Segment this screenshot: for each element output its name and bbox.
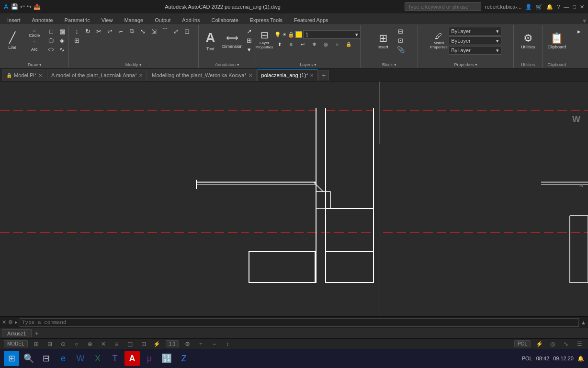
zoom-out-btn[interactable]: −: [209, 339, 219, 349]
doc-tab-kocwa-close[interactable]: ✕: [249, 73, 252, 78]
tab-output[interactable]: Output: [149, 15, 176, 24]
grid-btn[interactable]: ⊞: [32, 339, 41, 349]
write-block-btn[interactable]: ⊡: [396, 36, 406, 45]
cmd-settings-btn[interactable]: ⚙: [8, 319, 13, 325]
anno-leader-btn[interactable]: ↗: [244, 27, 254, 35]
properties-group-label[interactable]: Properties ▾: [418, 62, 513, 67]
tab-addins[interactable]: Add-ins: [177, 15, 205, 24]
annotation-scale-btn[interactable]: ↕: [223, 339, 232, 349]
model-tab-arkusz1[interactable]: Arkusz1: [2, 329, 32, 337]
doc-tab-polaczenia-close[interactable]: ✕: [310, 73, 314, 78]
layer-properties-btn[interactable]: ⊟ LayerProperties: [256, 27, 273, 52]
layer-dropdown[interactable]: 1 ▾: [303, 30, 361, 39]
draw-hatch-btn[interactable]: ▩: [57, 27, 68, 35]
close-btn[interactable]: ✕: [580, 4, 584, 10]
account-icon[interactable]: 👤: [525, 4, 532, 10]
maximize-btn[interactable]: □: [573, 4, 576, 10]
draw-region-btn[interactable]: ◈: [57, 36, 68, 45]
scale-btn[interactable]: 1:1: [166, 340, 179, 347]
doc-tab-laczniak[interactable]: A model of the plant_Łaczniak Anna* ✕: [47, 69, 147, 81]
cmd-close-btn[interactable]: ✕: [2, 319, 6, 325]
tab-insert[interactable]: Insert: [2, 15, 26, 24]
utilities-btn[interactable]: ⚙ Utilities: [516, 27, 540, 55]
start-button[interactable]: ⊞: [4, 351, 19, 366]
modify-scale-btn[interactable]: ⤡: [138, 27, 148, 35]
ducs-btn[interactable]: ✕: [99, 339, 108, 349]
lineweight-btn[interactable]: ≡: [112, 339, 122, 349]
draw-poly-btn[interactable]: ⬡: [46, 36, 57, 45]
notification-icon[interactable]: 🔔: [546, 4, 553, 10]
modify-rotate-btn[interactable]: ↻: [83, 27, 93, 35]
notification-center-btn[interactable]: 🔔: [577, 356, 584, 362]
qp-btn[interactable]: ⊡: [139, 339, 148, 349]
keyboard-layout-btn[interactable]: POL: [514, 340, 531, 347]
clipboard-btn[interactable]: 📋 Clipboard: [545, 27, 569, 55]
layer-previous-btn[interactable]: ↩: [297, 40, 308, 48]
modify-stretch-btn[interactable]: ⤢: [171, 27, 181, 35]
draw-group-label[interactable]: Draw ▾: [1, 62, 68, 67]
layer-freeze-vp-btn[interactable]: ❄: [309, 40, 319, 48]
layer-isolate-btn[interactable]: ◎: [320, 40, 331, 48]
tab-featured[interactable]: Featured Apps: [289, 15, 334, 24]
doc-tab-modelpl-close[interactable]: ✕: [38, 73, 42, 78]
cmd-scroll-up-btn[interactable]: ▲: [581, 320, 586, 325]
layer-match-btn[interactable]: ≡: [286, 40, 296, 48]
modify-trim-btn[interactable]: ✂: [94, 27, 104, 35]
quick-access-toolbar[interactable]: 💾 ↩ ↪ 📤: [11, 3, 41, 10]
modify-mirror-btn[interactable]: ⇌: [105, 27, 115, 35]
insert-btn[interactable]: ⊞ Insert: [373, 27, 394, 55]
help-icon[interactable]: ?: [557, 4, 560, 10]
block-group-label[interactable]: Block ▾: [361, 62, 418, 67]
tab-collaborate[interactable]: Collaborate: [206, 15, 244, 24]
customize-btn[interactable]: ☰: [575, 339, 584, 349]
snap-btn[interactable]: ⊟: [45, 339, 55, 349]
tab-annotate[interactable]: Annotate: [27, 15, 58, 24]
ribbon-collapse-btn[interactable]: ▾: [583, 17, 586, 24]
tab-manage[interactable]: Manage: [119, 15, 148, 24]
modify-chamfer-btn[interactable]: ⌒: [160, 27, 170, 35]
isolate-btn[interactable]: ◎: [548, 339, 557, 349]
canvas-area[interactable]: Wireframe]: [0, 81, 588, 316]
sc-btn[interactable]: ⚡: [152, 339, 162, 349]
layer-lock-small-btn[interactable]: 🔒: [343, 40, 354, 48]
polar-btn[interactable]: ⊙: [58, 339, 68, 349]
doc-tab-kocwa[interactable]: Modelling of the plant_Weronika Kocwa* ✕: [147, 69, 256, 81]
command-input-area[interactable]: [20, 318, 579, 327]
minimize-btn[interactable]: —: [564, 4, 569, 10]
otrack-btn[interactable]: ⊕: [85, 339, 95, 349]
doc-tab-modelpl[interactable]: 🔒 Model Pl* ✕: [2, 69, 46, 81]
draw-line-btn[interactable]: ╱ Line: [2, 27, 23, 55]
cmd-prompt-btn[interactable]: ▸: [15, 319, 18, 325]
view-more-btn[interactable]: ▸: [574, 27, 585, 35]
draw-circle-btn[interactable]: ○ Circle: [24, 27, 45, 39]
taskbar-teams[interactable]: T: [107, 351, 123, 366]
osnap-btn[interactable]: ○: [72, 339, 81, 349]
draw-rect-btn[interactable]: □: [46, 27, 57, 35]
tab-parametric[interactable]: Parametric: [59, 15, 95, 24]
taskbar-calc[interactable]: 🔢: [159, 351, 174, 366]
modify-array-btn[interactable]: ⊞: [72, 36, 82, 45]
draw-spline-btn[interactable]: ∿: [57, 45, 68, 54]
modify-group-label[interactable]: Modify ▾: [69, 62, 198, 67]
search-input[interactable]: [405, 2, 481, 11]
layers-group-label[interactable]: Layers ▾: [256, 62, 361, 67]
modify-copy-btn[interactable]: ⧉: [127, 27, 137, 35]
hardware-accel-btn[interactable]: ⚡: [534, 339, 544, 349]
modify-move-btn[interactable]: ↕: [72, 27, 82, 35]
doc-tab-add-btn[interactable]: +: [318, 70, 329, 80]
attach-btn[interactable]: 📎: [396, 45, 406, 54]
layer-color-swatch[interactable]: [295, 31, 302, 38]
anno-table-btn[interactable]: ⊞: [244, 36, 254, 45]
taskbar-math[interactable]: μ: [142, 351, 157, 366]
zoom-in-btn[interactable]: +: [196, 339, 205, 349]
match-properties-btn[interactable]: 🖊 MatchProperties: [430, 28, 447, 53]
taskbar-zoom[interactable]: Z: [176, 351, 192, 366]
tab-express[interactable]: Express Tools: [245, 15, 288, 24]
model-tab-add-btn[interactable]: +: [33, 329, 41, 338]
linetype-dropdown[interactable]: ByLayer ▾: [449, 36, 501, 45]
modify-offset-btn[interactable]: ⊡: [182, 27, 192, 35]
layer-off-btn[interactable]: ○: [332, 40, 342, 48]
taskbar-autocad[interactable]: A: [124, 351, 140, 366]
modify-extend-btn[interactable]: ⇲: [149, 27, 159, 35]
anno-more-btn[interactable]: ▾: [244, 45, 254, 54]
